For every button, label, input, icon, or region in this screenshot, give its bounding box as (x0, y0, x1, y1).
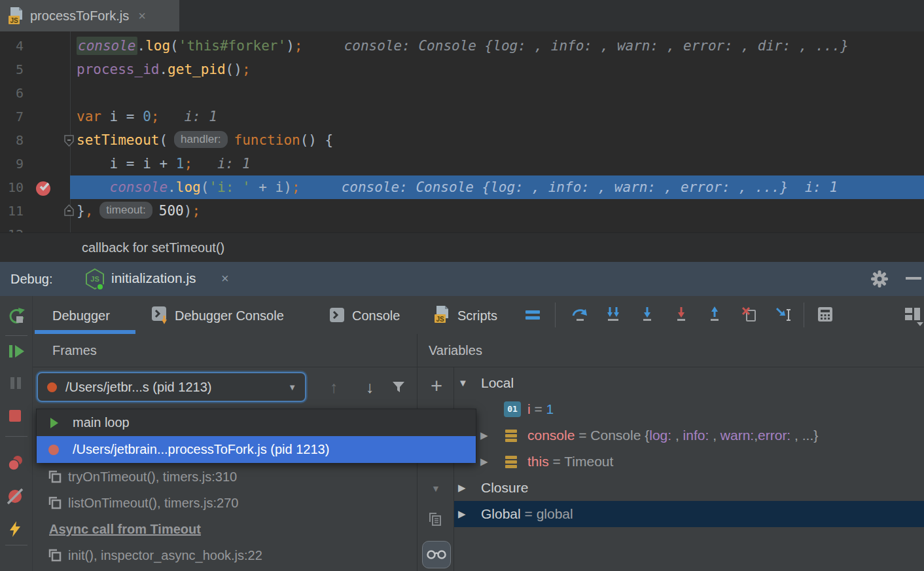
chevron-down-icon[interactable]: ▼ (458, 370, 468, 396)
gear-icon[interactable] (870, 269, 889, 289)
show-execution-point-icon[interactable] (524, 305, 542, 323)
line-number: 12 (0, 223, 24, 232)
step-out-icon[interactable] (705, 305, 724, 323)
next-frame-button[interactable]: ↓ (359, 372, 381, 402)
variables-row-closure[interactable]: ▶ Closure (454, 475, 924, 501)
frame-row[interactable]: init(), inspector_async_hook.js:22 (33, 542, 417, 568)
line-number: 8 (0, 128, 24, 152)
code-text: console.log('this#forker'); console: Con… (77, 34, 849, 58)
tab-console[interactable]: Console (352, 304, 400, 327)
variables-row-local[interactable]: ▼ Local (454, 370, 924, 396)
tab-scripts[interactable]: Scripts (457, 304, 497, 327)
variable-value: this = Timeout (527, 449, 613, 475)
code-text: },timeout:500); (77, 199, 200, 223)
debugger-console-icon (151, 305, 168, 325)
variable-value: i = 1 (527, 396, 554, 422)
code-line-5[interactable]: 5process_id.get_pid(); (0, 58, 924, 81)
variables-row-i[interactable]: 01 i = 1 (454, 396, 924, 422)
editor-tab-bar: JS processToFork.js × (0, 0, 924, 31)
frame-label: tryOnTimeout(), timers.js:310 (68, 464, 237, 490)
step-over-icon[interactable] (571, 305, 589, 323)
evaluate-expression-icon[interactable] (816, 305, 834, 323)
stack-frame-icon (47, 469, 63, 485)
stripe-separator (5, 436, 27, 437)
line-number: 9 (0, 152, 24, 175)
js-file-icon: JS (8, 7, 24, 25)
force-step-over-icon[interactable] (672, 305, 690, 323)
code-text: console.log('i: ' + i); console: Console… (77, 175, 838, 199)
popup-item-main-loop[interactable]: main loop (37, 409, 476, 436)
number-type-icon: 01 (504, 401, 521, 417)
process-selector-value: /Users/jetbr...s (pid 1213) (65, 380, 211, 395)
code-line-10-execution[interactable]: 10 console.log('i: ' + i); console: Cons… (0, 175, 924, 199)
code-text: var i = 0; i: 1 (77, 105, 217, 128)
code-line-9[interactable]: 9 i = i + 1; i: 1 (0, 152, 924, 175)
editor-tab-title: processToFork.js (30, 9, 129, 24)
variables-row-global-selected[interactable]: ▶ Global = global (454, 501, 924, 527)
debug-session-tab[interactable]: initialization.js (111, 262, 196, 296)
close-icon[interactable]: × (221, 262, 229, 296)
force-step-into-icon[interactable] (638, 305, 656, 323)
frame-row[interactable]: tryOnTimeout(), timers.js:310 (33, 464, 417, 490)
show-watches-toggle[interactable] (422, 541, 451, 568)
drop-frame-icon[interactable] (740, 305, 758, 323)
code-text: process_id.get_pid(); (77, 58, 251, 81)
resume-icon[interactable] (7, 342, 26, 361)
close-icon[interactable]: × (138, 9, 146, 24)
scroll-down-icon[interactable]: ▼ (427, 480, 444, 497)
filter-icon[interactable] (391, 379, 406, 395)
popup-item-label: main loop (73, 409, 130, 436)
scope-label: Local (481, 370, 514, 396)
frame-label: init(), inspector_async_hook.js:22 (68, 542, 262, 568)
svg-text:JS: JS (436, 316, 444, 323)
copy-stack-icon[interactable] (427, 511, 444, 528)
variables-row-this[interactable]: ▶ this = Timeout (454, 449, 924, 475)
header-separator (33, 367, 924, 367)
code-line-6[interactable]: 6 (0, 81, 924, 105)
code-line-8[interactable]: 8setTimeout(handler:function() { (0, 128, 924, 152)
process-selector-dropdown[interactable]: /Users/jetbr...s (pid 1213) ▼ (37, 372, 306, 402)
rerun-icon[interactable] (7, 306, 26, 326)
stripe-separator (5, 545, 27, 545)
add-watch-button[interactable]: + (425, 372, 448, 402)
stop-icon[interactable] (7, 407, 24, 424)
fold-start-icon[interactable] (63, 134, 75, 147)
layout-settings-icon[interactable] (903, 305, 924, 326)
view-breakpoints-icon[interactable] (7, 454, 25, 472)
toolbar-separator (804, 303, 804, 327)
fold-end-icon[interactable] (63, 204, 75, 217)
code-line-4[interactable]: 4console.log('this#forker'); console: Co… (0, 34, 924, 58)
chevron-right-icon[interactable]: ▶ (458, 501, 466, 527)
async-call-label: Async call from Timeout (49, 516, 201, 542)
mute-breakpoints-icon[interactable] (7, 487, 25, 506)
run-to-cursor-icon[interactable] (775, 305, 793, 323)
debug-action-stripe (0, 296, 33, 571)
line-number: 7 (0, 105, 24, 128)
play-icon (49, 417, 60, 429)
code-line-11[interactable]: 11},timeout:500); (0, 199, 924, 223)
frame-row[interactable]: listOnTimeout(), timers.js:270 (33, 490, 417, 516)
tab-debugger-console[interactable]: Debugger Console (175, 304, 284, 327)
frame-label: listOnTimeout(), timers.js:270 (68, 490, 238, 516)
code-line-12[interactable]: 12 (0, 223, 924, 232)
code-editor[interactable]: 4console.log('this#forker'); console: Co… (0, 31, 924, 232)
variables-row-console[interactable]: ▶ console = Console {log: , info: , warn… (454, 422, 924, 449)
chevron-right-icon[interactable]: ▶ (480, 449, 488, 475)
breakpoint-verified-icon[interactable] (35, 179, 52, 196)
svg-text:JS: JS (10, 17, 18, 24)
popup-item-label: /Users/jetbrain...processToFork.js (pid … (73, 436, 329, 463)
editor-tab-processtofork[interactable]: JS processToFork.js × (0, 0, 179, 31)
pause-icon[interactable] (7, 374, 25, 392)
chevron-right-icon[interactable]: ▶ (480, 422, 488, 449)
chevron-right-icon[interactable]: ▶ (458, 475, 466, 501)
code-line-7[interactable]: 7var i = 0; i: 1 (0, 105, 924, 128)
object-type-icon (504, 454, 518, 470)
process-selector-popup: main loop /Users/jetbrain...processToFor… (36, 409, 476, 463)
line-number: 6 (0, 81, 24, 105)
lightning-icon[interactable] (7, 520, 24, 538)
tab-debugger[interactable]: Debugger (52, 304, 110, 327)
step-into-icon[interactable] (604, 305, 622, 323)
previous-frame-button[interactable]: ↑ (323, 372, 345, 402)
popup-item-process-selected[interactable]: /Users/jetbrain...processToFork.js (pid … (37, 436, 476, 463)
minimize-icon[interactable] (906, 277, 921, 280)
